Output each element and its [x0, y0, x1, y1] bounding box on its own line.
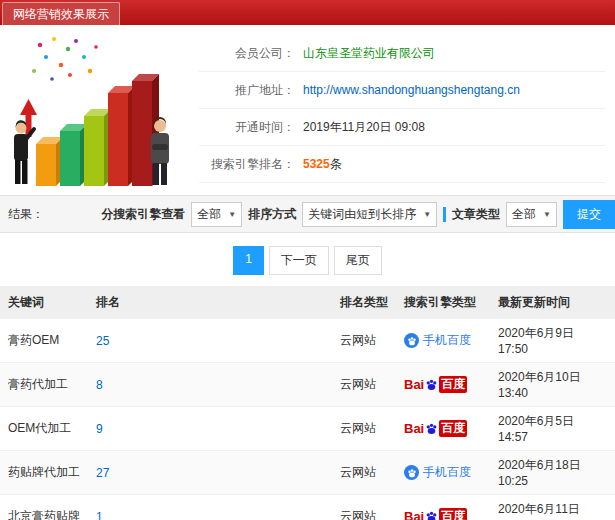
update-time-cell: 2020年6月9日 17:50: [490, 319, 615, 363]
company-link[interactable]: 山东皇圣堂药业有限公司: [303, 45, 435, 62]
chevron-down-icon: ▼: [228, 210, 236, 219]
open-time-value: 2019年11月20日 09:08: [303, 119, 425, 136]
header-rank-type: 排名类型: [332, 286, 396, 319]
page-title: 网络营销效果展示: [13, 6, 109, 23]
info-row-company: 会员公司： 山东皇圣堂药业有限公司: [199, 35, 605, 72]
rank-cell: 25: [88, 319, 332, 363]
header-keyword: 关键词: [0, 286, 88, 319]
sort-select[interactable]: 关键词由短到长排序 ▼: [302, 202, 437, 227]
info-row-open-time: 开通时间： 2019年11月20日 09:08: [199, 109, 605, 146]
rank-count-suffix: 条: [330, 156, 342, 173]
rank-cell: 8: [88, 363, 332, 407]
header-engine-type: 搜索引擎类型: [396, 286, 490, 319]
company-label: 会员公司：: [199, 45, 295, 62]
engine-cell: Bai 百度: [396, 407, 490, 451]
engine-cell: 手机百度: [396, 451, 490, 495]
update-time-cell: 2020年6月18日 10:25: [490, 451, 615, 495]
chevron-down-icon: ▼: [423, 210, 431, 219]
update-time-cell: 2020年6月10日 13:40: [490, 363, 615, 407]
results-table-body: 膏药OEM 25 云网站 手机百度 2020年6月9日 17:50 膏药代加工 …: [0, 319, 615, 520]
keyword-cell: 北京膏药贴牌: [0, 495, 88, 520]
mobile-baidu-logo: 手机百度: [404, 464, 471, 481]
table-row: 北京膏药贴牌 1 云网站 Bai 百度 2020年6月11日 11:18: [0, 495, 615, 520]
filter-group: 分搜索引擎查看 全部 ▼ 排序方式 关键词由短到长排序 ▼ 文章类型 全部 ▼ …: [101, 200, 615, 229]
update-time-cell: 2020年6月5日 14:57: [490, 407, 615, 451]
rank-cell: 27: [88, 451, 332, 495]
baidu-logo: Bai 百度: [404, 508, 467, 520]
bars: [36, 74, 159, 186]
article-type-label: 文章类型: [452, 206, 500, 223]
article-type-select[interactable]: 全部 ▼: [506, 202, 557, 227]
table-header-row: 关键词 排名 排名类型 搜索引擎类型 最新更新时间: [0, 286, 615, 319]
table-row: 药贴牌代加工 27 云网站 手机百度 2020年6月18日 10:25: [0, 451, 615, 495]
baidu-paw-icon: [425, 422, 438, 435]
table-row: 膏药OEM 25 云网站 手机百度 2020年6月9日 17:50: [0, 319, 615, 363]
rank-cell: 9: [88, 407, 332, 451]
pagination: 1 下一页 尾页: [0, 233, 615, 286]
engine-filter-select[interactable]: 全部 ▼: [191, 202, 242, 227]
baidu-paw-icon: [425, 510, 438, 520]
info-row-rank-count: 搜索引擎排名： 5325条: [199, 146, 605, 183]
engine-cell: Bai 百度: [396, 495, 490, 520]
keyword-cell: 膏药代加工: [0, 363, 88, 407]
promotion-url-label: 推广地址：: [199, 82, 295, 99]
bar-chart-clipart-icon: [6, 31, 191, 189]
rank-type-cell: 云网站: [332, 495, 396, 520]
table-row: OEM代加工 9 云网站 Bai 百度 2020年6月5日 14:57: [0, 407, 615, 451]
header-bar: 网络营销效果展示: [0, 0, 615, 25]
engine-filter-label: 分搜索引擎查看: [101, 206, 185, 223]
rank-type-cell: 云网站: [332, 407, 396, 451]
rank-link[interactable]: 25: [96, 334, 109, 348]
rank-type-cell: 云网站: [332, 451, 396, 495]
mobile-baidu-paw-icon: [404, 465, 419, 480]
rank-type-cell: 云网站: [332, 319, 396, 363]
businessman-left: [14, 120, 34, 184]
submit-button[interactable]: 提交: [563, 200, 615, 229]
chevron-down-icon: ▼: [543, 210, 551, 219]
rank-cell: 1: [88, 495, 332, 520]
rank-link[interactable]: 9: [96, 422, 103, 436]
article-type-value: 全部: [512, 206, 536, 223]
rank-link[interactable]: 1: [96, 510, 103, 520]
header-rank: 排名: [88, 286, 332, 319]
sort-label: 排序方式: [248, 206, 296, 223]
engine-filter-value: 全部: [197, 206, 221, 223]
info-row-url: 推广地址： http://www.shandonghuangshengtang.…: [199, 72, 605, 109]
last-page-button[interactable]: 尾页: [334, 246, 382, 275]
marketing-graphic: [6, 31, 191, 189]
sort-value: 关键词由短到长排序: [308, 206, 416, 223]
rank-link[interactable]: 27: [96, 466, 109, 480]
page-button-1[interactable]: 1: [233, 246, 264, 275]
account-info: 会员公司： 山东皇圣堂药业有限公司 推广地址： http://www.shand…: [199, 31, 605, 189]
keyword-cell: 膏药OEM: [0, 319, 88, 363]
rank-count-value: 5325: [303, 157, 330, 171]
keyword-cell: 药贴牌代加工: [0, 451, 88, 495]
page-title-tab[interactable]: 网络营销效果展示: [2, 2, 120, 25]
filter-bar: 结果： 分搜索引擎查看 全部 ▼ 排序方式 关键词由短到长排序 ▼ 文章类型 全…: [0, 195, 615, 233]
result-label: 结果：: [8, 206, 44, 223]
results-table: 关键词 排名 排名类型 搜索引擎类型 最新更新时间 膏药OEM 25 云网站 手…: [0, 286, 615, 520]
rank-link[interactable]: 8: [96, 378, 103, 392]
info-section: 会员公司： 山东皇圣堂药业有限公司 推广地址： http://www.shand…: [0, 25, 615, 191]
baidu-logo: Bai 百度: [404, 420, 467, 437]
mobile-baidu-logo: 手机百度: [404, 332, 471, 349]
open-time-label: 开通时间：: [199, 119, 295, 136]
baidu-paw-icon: [425, 378, 438, 391]
confetti-dots: [32, 37, 98, 81]
table-row: 膏药代加工 8 云网站 Bai 百度 2020年6月10日 13:40: [0, 363, 615, 407]
header-update-time: 最新更新时间: [490, 286, 615, 319]
baidu-logo: Bai 百度: [404, 376, 467, 393]
next-page-button[interactable]: 下一页: [269, 246, 329, 275]
blue-divider: [443, 207, 446, 222]
engine-cell: 手机百度: [396, 319, 490, 363]
keyword-cell: OEM代加工: [0, 407, 88, 451]
promotion-url-link[interactable]: http://www.shandonghuangshengtang.cn: [303, 83, 520, 97]
rank-type-cell: 云网站: [332, 363, 396, 407]
rank-count-label: 搜索引擎排名：: [199, 156, 295, 173]
update-time-cell: 2020年6月11日 11:18: [490, 495, 615, 520]
mobile-baidu-paw-icon: [404, 333, 419, 348]
engine-cell: Bai 百度: [396, 363, 490, 407]
